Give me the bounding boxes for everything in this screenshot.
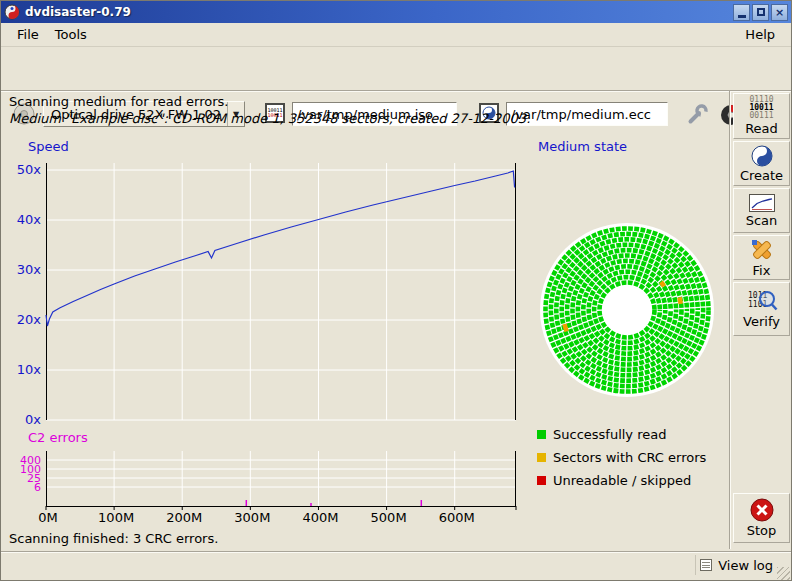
app-icon[interactable] bbox=[4, 4, 20, 20]
menu-help[interactable]: Help bbox=[737, 25, 783, 45]
menu-tools[interactable]: Tools bbox=[47, 25, 95, 45]
window-title: dvdisaster-0.79 bbox=[25, 5, 731, 19]
preferences-button[interactable] bbox=[683, 101, 711, 129]
svg-text:400M: 400M bbox=[302, 510, 338, 525]
svg-text:300M: 300M bbox=[234, 510, 270, 525]
svg-text:200M: 200M bbox=[166, 510, 202, 525]
svg-text:30x: 30x bbox=[17, 262, 42, 277]
svg-text:100M: 100M bbox=[98, 510, 134, 525]
ecc-path-input[interactable] bbox=[506, 102, 668, 126]
toolbar: Optical drive 52X FW 1.02 ▼ 10011 10011 bbox=[1, 47, 791, 91]
scan-result-text: Scanning finished: 3 CRC errors. bbox=[9, 531, 218, 546]
close-button[interactable]: × bbox=[771, 4, 788, 21]
create-button-label: Create bbox=[740, 168, 783, 183]
app-window: dvdisaster-0.79 × File Tools Help Optica… bbox=[0, 0, 792, 581]
verify-button-label: Verify bbox=[743, 314, 780, 329]
minimize-icon bbox=[738, 15, 746, 18]
svg-text:500M: 500M bbox=[371, 510, 407, 525]
minimize-button[interactable] bbox=[733, 4, 750, 21]
scan-button[interactable]: Scan bbox=[733, 188, 790, 233]
svg-text:10x: 10x bbox=[17, 362, 42, 377]
fix-patch-icon bbox=[750, 238, 774, 262]
maximize-icon bbox=[757, 8, 765, 16]
menubar: File Tools Help bbox=[1, 23, 791, 47]
maximize-button[interactable] bbox=[752, 4, 769, 21]
view-log-label: View log bbox=[718, 558, 773, 573]
read-button-label: Read bbox=[745, 121, 778, 136]
log-list-icon bbox=[700, 559, 712, 571]
stop-button[interactable]: Stop bbox=[733, 493, 790, 543]
binary-read-icon: 01110 10011 00111 bbox=[749, 96, 773, 120]
scan-button-label: Scan bbox=[746, 213, 778, 228]
read-button[interactable]: 01110 10011 00111 Read bbox=[733, 93, 790, 139]
svg-text:600M: 600M bbox=[439, 510, 475, 525]
stop-button-label: Stop bbox=[747, 523, 777, 538]
yin-yang-icon bbox=[751, 145, 773, 167]
resize-grip[interactable] bbox=[777, 567, 790, 580]
view-log-button[interactable]: View log bbox=[695, 555, 777, 575]
close-icon: × bbox=[775, 7, 784, 18]
verify-magnifier-icon: 1011 1101 bbox=[746, 289, 778, 313]
statusbar: View log bbox=[1, 551, 791, 581]
svg-text:6: 6 bbox=[34, 481, 41, 494]
charts-canvas: 0x10x20x30x40x50x4001002560M100M200M300M… bbox=[1, 137, 731, 531]
svg-text:40x: 40x bbox=[17, 212, 42, 227]
svg-text:0M: 0M bbox=[38, 510, 58, 525]
svg-text:0x: 0x bbox=[25, 412, 41, 427]
wrench-icon bbox=[685, 103, 709, 127]
stop-icon bbox=[750, 498, 774, 522]
scan-chart-icon bbox=[749, 194, 775, 212]
status-line-2: Medium "Example disc": CD-ROM mode 1, 35… bbox=[9, 111, 530, 126]
svg-text:20x: 20x bbox=[17, 312, 42, 327]
svg-text:50x: 50x bbox=[17, 162, 42, 177]
fix-button-label: Fix bbox=[753, 263, 771, 278]
action-sidebar: 01110 10011 00111 Read Create Scan bbox=[729, 91, 792, 549]
fix-button[interactable]: Fix bbox=[733, 235, 790, 280]
menu-file[interactable]: File bbox=[9, 25, 47, 45]
create-button[interactable]: Create bbox=[733, 141, 790, 186]
verify-button[interactable]: 1011 1101 Verify bbox=[733, 282, 790, 336]
status-line-1: Scanning medium for read errors. bbox=[9, 94, 228, 109]
titlebar: dvdisaster-0.79 × bbox=[1, 1, 791, 23]
